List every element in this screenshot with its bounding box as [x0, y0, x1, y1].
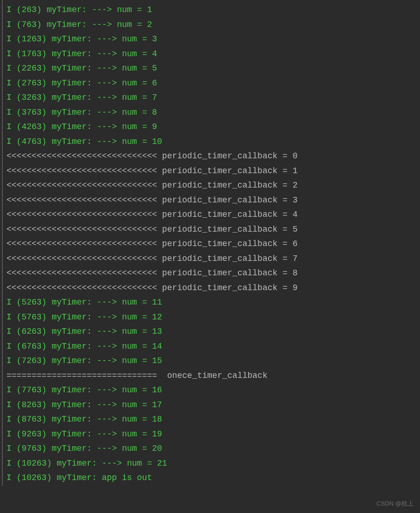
log-line: <<<<<<<<<<<<<<<<<<<<<<<<<<<<<< periodic_… [3, 237, 420, 252]
watermark-text: CSDN @枕上 [376, 499, 413, 509]
log-line: I (7263) myTimer: ---> num = 15 [3, 354, 420, 369]
log-line: I (2763) myTimer: ---> num = 6 [3, 76, 420, 91]
log-line: <<<<<<<<<<<<<<<<<<<<<<<<<<<<<< periodic_… [3, 149, 420, 164]
log-line: I (763) myTimer: ---> num = 2 [3, 18, 420, 32]
log-line: I (1763) myTimer: ---> num = 4 [3, 47, 420, 62]
log-line: I (5763) myTimer: ---> num = 12 [3, 310, 420, 325]
log-line: I (5263) myTimer: ---> num = 11 [3, 295, 420, 310]
log-line: I (10263) myTimer: app is out [3, 471, 420, 486]
log-line: I (1263) myTimer: ---> num = 3 [3, 32, 420, 47]
log-line: I (10263) myTimer: ---> num = 21 [3, 456, 420, 471]
log-line: I (4263) myTimer: ---> num = 9 [3, 120, 420, 135]
log-line: I (4763) myTimer: ---> num = 10 [3, 135, 420, 149]
log-line: I (9263) myTimer: ---> num = 19 [3, 427, 420, 442]
log-line: I (9763) myTimer: ---> num = 20 [3, 442, 420, 456]
log-line: <<<<<<<<<<<<<<<<<<<<<<<<<<<<<< periodic_… [3, 208, 420, 222]
log-line: <<<<<<<<<<<<<<<<<<<<<<<<<<<<<< periodic_… [3, 222, 420, 237]
log-line: I (263) myTimer: ---> num = 1 [3, 3, 420, 18]
log-line: <<<<<<<<<<<<<<<<<<<<<<<<<<<<<< periodic_… [3, 252, 420, 266]
log-line: I (3263) myTimer: ---> num = 7 [3, 91, 420, 105]
log-line: I (8263) myTimer: ---> num = 17 [3, 398, 420, 413]
log-line: I (6263) myTimer: ---> num = 13 [3, 325, 420, 339]
log-line: <<<<<<<<<<<<<<<<<<<<<<<<<<<<<< periodic_… [3, 281, 420, 296]
log-line: ============================== onece_tim… [3, 369, 420, 383]
log-line: I (8763) myTimer: ---> num = 18 [3, 412, 420, 427]
log-line: <<<<<<<<<<<<<<<<<<<<<<<<<<<<<< periodic_… [3, 178, 420, 193]
log-line: <<<<<<<<<<<<<<<<<<<<<<<<<<<<<< periodic_… [3, 266, 420, 281]
terminal-output[interactable]: I (263) myTimer: ---> num = 1I (763) myT… [2, 0, 420, 486]
log-line: I (3763) myTimer: ---> num = 8 [3, 105, 420, 120]
log-line: I (7763) myTimer: ---> num = 16 [3, 383, 420, 398]
log-line: I (2263) myTimer: ---> num = 5 [3, 61, 420, 76]
log-line: <<<<<<<<<<<<<<<<<<<<<<<<<<<<<< periodic_… [3, 164, 420, 179]
log-line: I (6763) myTimer: ---> num = 14 [3, 339, 420, 354]
log-line: <<<<<<<<<<<<<<<<<<<<<<<<<<<<<< periodic_… [3, 193, 420, 208]
